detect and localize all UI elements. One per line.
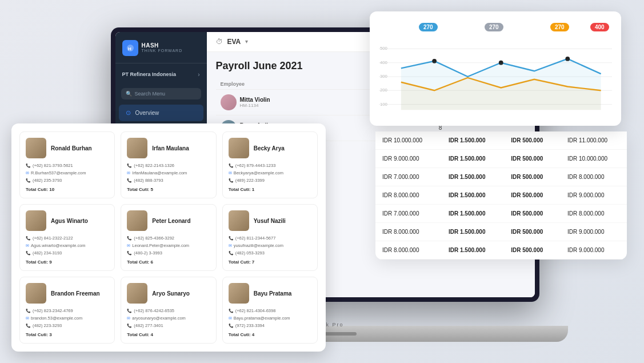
emp-total-cuti: Total Cuti: 1 [229, 187, 311, 192]
employee-card: Bayu Pratama 📞 (+62) 821-4304-6398 ✉ Bay… [222, 277, 318, 344]
clock-icon: ⏱ [216, 38, 223, 46]
emp-phone1: 📞 (+62) 822-2143-1326 [127, 163, 210, 168]
svg-text:300: 300 [380, 74, 388, 79]
allowance: IDR 1.500.000 [442, 241, 504, 260]
emp-email: ✉ yusufnazili@example.com [229, 243, 311, 248]
phone-icon: 📞 [127, 236, 132, 241]
base-salary: IDR 8.000.000 [375, 186, 442, 205]
phone2-icon: 📞 [229, 251, 234, 256]
phone-icon: 📞 [229, 236, 234, 241]
phone2-icon: 📞 [229, 178, 234, 183]
deduction: IDR 500.000 [504, 131, 561, 150]
sidebar-logo: H HASH THINK FORWARD [115, 40, 207, 63]
phone2-icon: 📞 [229, 324, 234, 328]
emp-email: ✉ aryosunaryo@example.com [127, 316, 210, 321]
employee-card: Ronald Burhan 📞 (+62) 821-3793-5621 ✉ R.… [19, 131, 115, 198]
emp-total-cuti: Total Cuti: 3 [26, 332, 109, 337]
phone-icon: 📞 [229, 163, 234, 168]
overview-icon: ⊙ [126, 109, 131, 117]
base-salary: IDR 10.000.000 [375, 131, 442, 150]
dropdown-chevron-icon[interactable]: ▾ [245, 38, 248, 45]
email-icon: ✉ [127, 244, 130, 248]
phone2-icon: 📞 [127, 178, 132, 183]
emp-card-header: Ronald Burhan [26, 138, 109, 158]
emp-phone2: 📞 (482) 277-3401 [127, 323, 210, 328]
email-icon: ✉ [26, 244, 29, 248]
sidebar-item-label: Overview [135, 110, 159, 116]
emp-phone1: 📞 (+62) 823-2342-4769 [26, 308, 109, 313]
emp-phone2: 📞 (489) 222-3399 [229, 178, 311, 183]
total-salary: IDR 9.000.000 [561, 223, 627, 241]
logo-text: HASH THINK FORWARD [142, 43, 183, 53]
line-chart: 500 400 300 200 100 [379, 37, 612, 117]
emp-card-header: Brandon Freeman [26, 283, 109, 304]
emp-phone2: 📞 (482) 888-3793 [127, 178, 210, 183]
svg-text:H: H [128, 46, 131, 51]
svg-text:200: 200 [380, 87, 388, 93]
deduction: IDR 500.000 [504, 186, 561, 205]
total-salary: IDR 10.000.000 [561, 150, 627, 168]
employee-card: Aryo Sunaryo 📞 (+62) 876-4242-6535 ✉ ary… [121, 277, 216, 344]
logo-name: HASH [142, 43, 183, 49]
total-salary: IDR 11.000.000 [561, 131, 627, 150]
emp-card-header: Peter Leonard [127, 210, 210, 231]
employee-card: Becky Arya 📞 (+62) 879-4443-1233 ✉ Becky… [222, 131, 318, 198]
emp-card-name: Becky Arya [254, 145, 285, 151]
emp-card-avatar [127, 210, 147, 231]
emp-card-avatar [229, 138, 249, 158]
emp-card-name: Bayu Pratama [254, 290, 292, 297]
emp-phone2: 📞 (482) 234-3193 [26, 250, 109, 256]
employee-name: Mitta Violin [240, 97, 270, 103]
emp-phone2: 📞 (482) 053-3293 [229, 250, 311, 256]
phone2-icon: 📞 [127, 324, 132, 328]
emp-total-cuti: Total Cuti: 5 [127, 187, 210, 192]
emp-card-header: Yusuf Nazili [229, 210, 311, 231]
emp-card-avatar [229, 283, 249, 304]
logo-tagline: THINK FORWARD [142, 49, 183, 53]
idr-table-row: IDR 7.000.000 IDR 1.500.000 IDR 500.000 … [375, 168, 627, 186]
emp-card-header: Becky Arya [229, 138, 311, 158]
emp-card-name: Aryo Sunaryo [152, 290, 190, 297]
emp-phone2: 📞 (972) 233-3394 [229, 323, 311, 328]
phone-icon: 📞 [26, 236, 31, 241]
emp-email: ✉ IrfanMaulana@example.com [127, 170, 210, 175]
sidebar-search[interactable]: 🔍 Search Menu [121, 88, 201, 99]
emp-card-header: Agus Winarto [26, 210, 109, 231]
base-salary: IDR 7.000.000 [375, 168, 442, 186]
phone2-icon: 📞 [127, 251, 132, 256]
emp-phone2: 📞 (482) 235-3793 [26, 178, 109, 183]
emp-card-avatar [26, 210, 46, 231]
emp-phone2: 📞 (482) 223-3293 [26, 323, 109, 328]
allowance: IDR 1.500.000 [442, 223, 504, 241]
employee-card: Irfan Maulana 📞 (+62) 822-2143-1326 ✉ Ir… [121, 131, 216, 198]
idr-table-row: IDR 9.000.000 IDR 1.500.000 IDR 500.000 … [375, 150, 627, 168]
emp-card-header: Aryo Sunaryo [127, 283, 210, 304]
employee-id: HM-1134 [240, 103, 270, 108]
emp-phone2: 📞 (480-2) 3-3993 [127, 250, 210, 256]
base-salary: IDR 7.000.000 [375, 205, 442, 223]
email-icon: ✉ [127, 316, 130, 321]
phone-icon: 📞 [26, 163, 31, 168]
idr-table-row: IDR 8.000.000 IDR 1.500.000 IDR 500.000 … [375, 223, 627, 241]
total-salary: IDR 9.000.000 [561, 186, 627, 205]
employee-card: Yusuf Nazili 📞 (+62) 811-2344-5677 ✉ yus… [222, 204, 318, 271]
employee-cards-panel: Ronald Burhan 📞 (+62) 821-3793-5621 ✉ R.… [11, 123, 326, 352]
logo-icon: H [122, 40, 138, 56]
chip-400-red: 400 [590, 23, 609, 31]
employee-card: Agus Winarto 📞 (+62) 841-2322-2122 ✉ Agu… [19, 204, 115, 271]
sidebar-item-overview[interactable]: ⊙ Overview [119, 105, 203, 121]
emp-total-cuti: Total Cuti: 4 [229, 332, 311, 337]
deduction: IDR 500.000 [504, 150, 561, 168]
allowance: IDR 1.500.000 [442, 168, 504, 186]
emp-phone1: 📞 (+62) 821-3793-5621 [26, 163, 109, 168]
emp-total-cuti: Total Cuti: 4 [127, 332, 210, 337]
idr-table-panel: IDR 10.000.000 IDR 1.500.000 IDR 500.000… [375, 131, 627, 260]
employee-card: Brandon Freeman 📞 (+62) 823-2342-4769 ✉ … [19, 277, 115, 344]
emp-email: ✉ brandon.53@example.com [26, 316, 109, 321]
total-salary: IDR 8.000.000 [561, 205, 627, 223]
phone-icon: 📞 [127, 163, 132, 168]
sidebar-company[interactable]: PT Refinera Indonesia › [115, 68, 207, 81]
chip-270-gray: 270 [485, 23, 503, 31]
idr-table-row: IDR 8.000.000 IDR 1.500.000 IDR 500.000 … [375, 241, 627, 260]
emp-card-name: Ronald Burhan [51, 145, 92, 151]
